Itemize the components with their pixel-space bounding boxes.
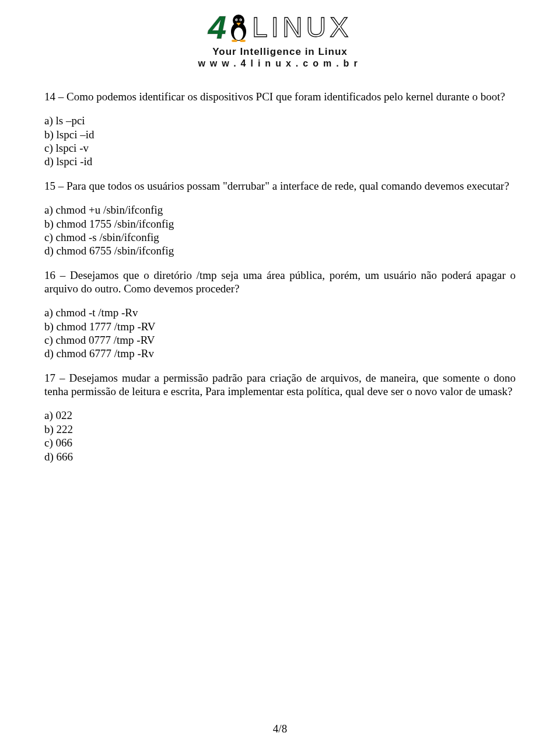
- q15-option-d: d) chmod 6755 /sbin/ifconfig: [44, 244, 516, 257]
- q15-option-a: a) chmod +u /sbin/ifconfig: [44, 203, 516, 217]
- logo-4-glyph: 4: [208, 8, 225, 46]
- q14-option-b: b) lspci –id: [44, 128, 516, 141]
- q17-option-a: a) 022: [44, 409, 516, 422]
- svg-point-1: [234, 27, 243, 40]
- penguin-icon: [229, 13, 249, 42]
- logo-url: www.4linux.com.br: [44, 58, 516, 69]
- logo-row: 4 LINUX: [44, 8, 516, 46]
- question-15-options: a) chmod +u /sbin/ifconfig b) chmod 1755…: [44, 203, 516, 257]
- logo-tagline: Your Intelligence in Linux: [44, 46, 516, 58]
- page-number: 4/8: [0, 722, 560, 735]
- q16-option-a: a) chmod -t /tmp -Rv: [44, 306, 516, 319]
- q15-option-b: b) chmod 1755 /sbin/ifconfig: [44, 217, 516, 231]
- q14-option-a: a) ls –pci: [44, 114, 516, 127]
- q14-option-d: d) lspci -id: [44, 155, 516, 168]
- q17-option-c: c) 066: [44, 436, 516, 449]
- q17-option-b: b) 222: [44, 423, 516, 436]
- logo-linux-text: LINUX: [252, 11, 352, 43]
- svg-point-5: [236, 19, 237, 20]
- header-logo-block: 4 LINUX Your Intelligence in Linux www.: [44, 8, 516, 69]
- q14-option-c: c) lspci -v: [44, 141, 516, 155]
- question-17-options: a) 022 b) 222 c) 066 d) 666: [44, 409, 516, 463]
- svg-point-6: [240, 19, 241, 20]
- q16-option-d: d) chmod 6777 /tmp -Rv: [44, 347, 516, 360]
- q15-option-c: c) chmod -s /sbin/ifconfig: [44, 231, 516, 244]
- q16-option-c: c) chmod 0777 /tmp -RV: [44, 333, 516, 347]
- question-14-text: 14 – Como podemos identificar os disposi…: [44, 90, 516, 103]
- content: 14 – Como podemos identificar os disposi…: [44, 90, 516, 463]
- question-17-text: 17 – Desejamos mudar a permissão padrão …: [44, 371, 516, 399]
- q16-option-b: b) chmod 1777 /tmp -RV: [44, 320, 516, 333]
- page: 4 LINUX Your Intelligence in Linux www.: [0, 0, 560, 747]
- question-15-text: 15 – Para que todos os usuários possam "…: [44, 179, 516, 193]
- q17-option-d: d) 666: [44, 450, 516, 463]
- question-16-options: a) chmod -t /tmp -Rv b) chmod 1777 /tmp …: [44, 306, 516, 360]
- question-14-options: a) ls –pci b) lspci –id c) lspci -v d) l…: [44, 114, 516, 168]
- question-16-text: 16 – Desejamos que o diretório /tmp seja…: [44, 268, 516, 296]
